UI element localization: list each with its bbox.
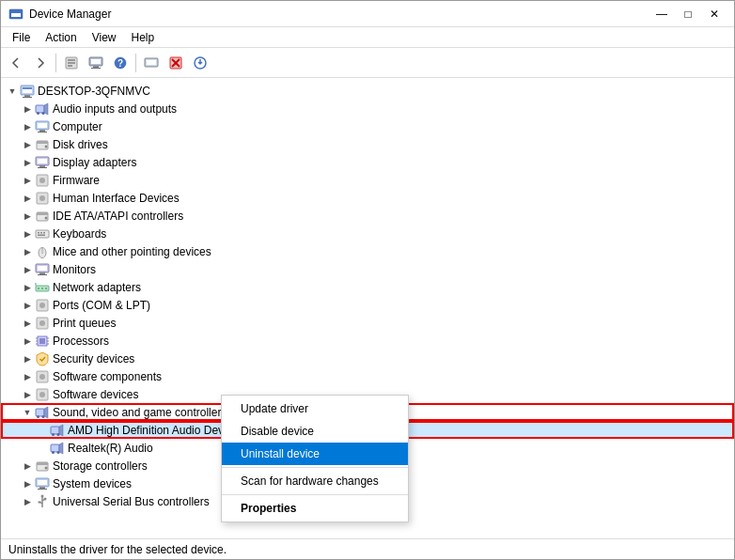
tree-item-audio[interactable]: ▶Audio inputs and outputs (1, 100, 734, 117)
minimize-button[interactable]: — (649, 5, 674, 23)
expander-ide[interactable]: ▶ (20, 209, 35, 224)
label-keyboards: Keyboards (53, 227, 106, 241)
svg-rect-102 (39, 501, 41, 503)
icon-security (35, 351, 50, 366)
expander-ports[interactable]: ▶ (20, 298, 35, 313)
svg-rect-46 (36, 230, 49, 238)
label-display: Display adapters (53, 156, 136, 169)
expander-security[interactable]: ▶ (20, 351, 35, 366)
label-usb: Universal Serial Bus controllers (53, 495, 210, 508)
svg-point-89 (52, 451, 55, 454)
svg-rect-79 (36, 409, 44, 416)
svg-rect-23 (23, 97, 32, 98)
expander-usb[interactable]: ▶ (20, 494, 35, 509)
expander-system[interactable]: ▶ (20, 476, 35, 491)
close-button[interactable]: ✕ (702, 5, 727, 23)
tree-item-network[interactable]: ▶Network adapters (1, 278, 734, 296)
tree-item-processors[interactable]: ▶Processors (1, 332, 734, 350)
menu-file[interactable]: File (5, 29, 38, 45)
expander-keyboards[interactable]: ▶ (20, 226, 35, 241)
tree-item-monitors[interactable]: ▶Monitors (1, 260, 734, 278)
computer-button[interactable] (85, 52, 107, 74)
svg-point-86 (57, 433, 60, 436)
scan-button[interactable] (140, 52, 163, 74)
forward-button[interactable] (29, 52, 52, 74)
tree-item-software-comp[interactable]: ▶Software components (1, 367, 734, 385)
expander-audio[interactable]: ▶ (20, 101, 35, 117)
menu-help[interactable]: Help (124, 29, 163, 45)
uninstall-button[interactable] (164, 52, 187, 74)
svg-rect-68 (39, 338, 45, 344)
tree-item-disk[interactable]: ▶Disk drives (1, 135, 734, 153)
expander-display[interactable]: ▶ (20, 155, 35, 170)
icon-sound (35, 405, 50, 420)
tree-item-security[interactable]: ▶Security devices (1, 350, 734, 367)
svg-rect-8 (91, 59, 101, 64)
icon-ide (35, 209, 50, 224)
expander-monitors[interactable]: ▶ (20, 262, 35, 277)
svg-point-78 (39, 392, 45, 397)
svg-point-40 (39, 178, 45, 183)
context-menu-item-update[interactable]: Update driver (222, 397, 408, 420)
icon-network (35, 280, 50, 295)
expander-sound[interactable]: ▼ (20, 405, 35, 420)
expander-hid[interactable]: ▶ (20, 191, 35, 206)
tree-root[interactable]: ▼ DESKTOP-3QFNMVC (1, 82, 734, 100)
expander-processors[interactable]: ▶ (20, 334, 35, 349)
label-network: Network adapters (53, 281, 141, 294)
context-menu-separator (222, 494, 408, 495)
tree-item-printq[interactable]: ▶Print queues (1, 314, 734, 332)
context-menu-item-disable[interactable]: Disable device (222, 420, 408, 443)
expander-software-dev[interactable]: ▶ (20, 387, 35, 402)
context-menu-item-properties[interactable]: Properties (222, 497, 408, 520)
maximize-button[interactable]: □ (676, 5, 700, 23)
menu-action[interactable]: Action (38, 29, 84, 45)
menu-view[interactable]: View (85, 29, 124, 45)
root-icon (20, 84, 35, 99)
tree-item-ports[interactable]: ▶Ports (COM & LPT) (1, 296, 734, 314)
svg-rect-33 (37, 141, 48, 144)
properties-button[interactable] (60, 52, 83, 74)
root-expander[interactable]: ▼ (5, 84, 20, 99)
tree-item-display[interactable]: ▶Display adapters (1, 153, 734, 171)
tree-item-hid[interactable]: ▶Human Interface Devices (1, 189, 734, 207)
svg-point-82 (42, 415, 45, 418)
svg-point-66 (39, 320, 45, 326)
context-menu-item-scan[interactable]: Scan for hardware changes (222, 470, 408, 492)
svg-point-27 (42, 112, 45, 115)
update-button[interactable] (189, 52, 211, 74)
expander-computer[interactable]: ▶ (20, 119, 35, 134)
tree-item-computer[interactable]: ▶Computer (1, 117, 734, 135)
svg-rect-10 (91, 68, 101, 69)
svg-rect-97 (38, 489, 47, 490)
expander-printq[interactable]: ▶ (20, 316, 35, 331)
expander-storage[interactable]: ▶ (20, 459, 35, 474)
svg-rect-95 (38, 480, 47, 485)
svg-point-90 (57, 451, 60, 454)
svg-rect-49 (43, 232, 45, 234)
tree-item-ide[interactable]: ▶IDE ATA/ATAPI controllers (1, 207, 734, 225)
icon-software-dev (35, 387, 50, 402)
icon-printq (35, 316, 50, 331)
context-menu: Update driverDisable deviceUninstall dev… (221, 395, 409, 522)
expander-mice[interactable]: ▶ (20, 244, 35, 259)
tree-item-keyboards[interactable]: ▶Keyboards (1, 225, 734, 242)
expander-network[interactable]: ▶ (20, 280, 35, 295)
expander-firmware[interactable]: ▶ (20, 173, 35, 188)
svg-rect-92 (37, 462, 48, 465)
expander-amd-audio[interactable] (35, 423, 50, 438)
svg-rect-22 (24, 95, 30, 97)
tree-item-firmware[interactable]: ▶Firmware (1, 171, 734, 189)
status-text: Uninstalls the driver for the selected d… (8, 543, 227, 556)
expander-realtek[interactable] (35, 441, 50, 456)
context-menu-item-uninstall[interactable]: Uninstall device (222, 443, 408, 465)
label-amd-audio: AMD High Definition Audio Device (68, 424, 238, 437)
expander-disk[interactable]: ▶ (20, 137, 35, 152)
label-storage: Storage controllers (53, 459, 148, 473)
back-button[interactable] (5, 52, 27, 74)
help-button[interactable]: ? (109, 52, 132, 74)
expander-software-comp[interactable]: ▶ (20, 369, 35, 384)
tree-item-mice[interactable]: ▶Mice and other pointing devices (1, 242, 734, 260)
icon-mice (35, 244, 50, 259)
icon-audio (35, 101, 50, 117)
